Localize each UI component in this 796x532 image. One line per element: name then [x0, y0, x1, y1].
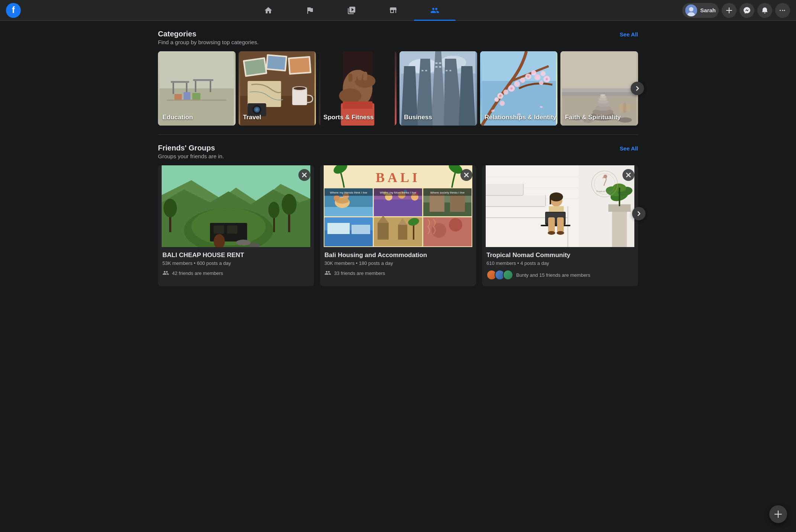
menu-button[interactable]	[775, 3, 790, 18]
svg-rect-56	[439, 66, 441, 68]
svg-point-154	[431, 223, 446, 238]
category-label-travel: Travel	[243, 114, 261, 121]
svg-rect-14	[174, 94, 182, 100]
svg-rect-13	[167, 100, 226, 101]
friend-avatar-3	[503, 270, 513, 280]
svg-point-36	[339, 88, 362, 103]
nav-tab-groups[interactable]	[414, 0, 456, 21]
svg-point-66	[514, 81, 520, 87]
group-card-tropical-nomad[interactable]: Tropical Nomad Tropical Nomad Community …	[482, 165, 638, 286]
group-close-bali-housing[interactable]	[460, 169, 472, 181]
avatar	[685, 4, 697, 16]
top-navigation: f Sarah	[0, 0, 796, 21]
svg-rect-96	[624, 103, 626, 113]
group-card-bali-housing[interactable]: BALI	[320, 165, 476, 286]
svg-rect-153	[423, 217, 472, 246]
svg-rect-148	[398, 225, 407, 240]
group-close-tropical-nomad[interactable]	[622, 169, 634, 181]
friends-groups-title: Friends' Groups	[158, 144, 224, 152]
svg-point-70	[494, 97, 499, 102]
svg-rect-8	[172, 83, 174, 94]
svg-point-93	[601, 94, 606, 96]
category-label-sports: Sports & Fitness	[323, 114, 373, 121]
svg-rect-54	[439, 62, 441, 64]
categories-wrapper: Education	[158, 51, 638, 126]
svg-point-73	[540, 71, 546, 76]
svg-text:Where society thinks I live: Where society thinks I live	[430, 191, 465, 194]
svg-rect-95	[620, 103, 623, 113]
svg-point-111	[164, 199, 177, 217]
svg-point-78	[527, 75, 529, 78]
fab-create[interactable]	[769, 505, 787, 523]
svg-rect-140	[450, 195, 465, 212]
group-card-bali-cheap[interactable]: BALI CHEAP HOUSE RENT 53K members • 600 …	[158, 165, 314, 286]
svg-rect-146	[378, 223, 389, 240]
group-friends-tropical-nomad: Bunty and 15 friends are members	[486, 270, 634, 280]
category-card-business[interactable]: Business	[399, 51, 477, 126]
svg-rect-55	[435, 66, 437, 68]
messenger-button[interactable]	[740, 3, 754, 18]
svg-rect-108	[227, 226, 237, 234]
svg-text:Tropical Nomad: Tropical Nomad	[596, 190, 613, 193]
facebook-logo[interactable]: f	[6, 3, 21, 18]
friends-groups-see-all[interactable]: See All	[620, 144, 638, 152]
category-card-faith[interactable]: Faith & Spirituality	[560, 51, 638, 126]
nav-tab-store[interactable]	[372, 0, 414, 21]
nav-tab-flag[interactable]	[289, 0, 331, 21]
svg-rect-164	[486, 176, 579, 177]
group-close-bali-cheap[interactable]	[298, 169, 310, 181]
svg-rect-183	[548, 217, 555, 232]
svg-rect-182	[541, 225, 570, 226]
svg-rect-26	[292, 88, 307, 105]
svg-rect-130	[374, 200, 422, 216]
svg-rect-15	[184, 92, 190, 100]
user-name: Sarah	[700, 7, 716, 13]
svg-point-155	[449, 218, 462, 231]
svg-rect-187	[612, 210, 627, 247]
section-divider	[158, 134, 638, 135]
svg-point-185	[548, 231, 555, 235]
svg-text:Where my Mom thinks I live: Where my Mom thinks I live	[380, 191, 417, 194]
svg-point-64	[503, 90, 508, 95]
svg-point-91	[599, 98, 608, 101]
categories-next-arrow[interactable]	[631, 82, 644, 95]
svg-rect-85	[562, 88, 637, 96]
svg-rect-11	[195, 81, 196, 92]
svg-rect-172	[545, 195, 546, 206]
add-button[interactable]	[722, 3, 737, 18]
svg-rect-171	[486, 195, 523, 196]
groups-next-arrow[interactable]	[632, 207, 645, 220]
svg-point-177	[550, 192, 563, 201]
nav-tab-video[interactable]	[331, 0, 372, 21]
svg-point-75	[539, 81, 543, 85]
svg-rect-184	[557, 217, 564, 232]
svg-point-69	[531, 70, 536, 75]
category-card-sports[interactable]: Sports & Fitness	[319, 51, 397, 126]
friends-avatars	[486, 270, 513, 280]
svg-rect-139	[430, 193, 444, 212]
group-info-bali-cheap: BALI CHEAP HOUSE RENT 53K members • 600 …	[158, 247, 314, 282]
svg-text:BALI: BALI	[376, 170, 420, 185]
category-card-education[interactable]: Education	[158, 51, 236, 126]
svg-point-76	[499, 95, 501, 97]
group-friends-bali-housing: 33 friends are members	[324, 270, 472, 276]
svg-rect-38	[352, 72, 357, 81]
group-cover-bali-cheap	[158, 165, 314, 247]
friends-groups-subtitle: Groups your friends are in.	[158, 153, 224, 159]
svg-rect-170	[523, 184, 524, 195]
svg-text:f: f	[12, 5, 15, 15]
categories-header-left: Categories Find a group by browsing top …	[158, 30, 259, 45]
svg-rect-22	[267, 56, 286, 70]
nav-center	[247, 0, 456, 21]
categories-see-all[interactable]: See All	[620, 30, 638, 38]
svg-point-72	[534, 74, 540, 80]
nav-tab-home[interactable]	[247, 0, 289, 21]
group-stats-tropical-nomad: 610 members • 4 posts a day	[486, 260, 634, 266]
notifications-button[interactable]	[757, 3, 772, 18]
user-chip[interactable]: Sarah	[682, 3, 719, 18]
category-card-relationships[interactable]: Relationships & Identity	[480, 51, 558, 126]
svg-rect-173	[486, 206, 545, 207]
category-card-travel[interactable]: Travel	[239, 51, 316, 126]
main-content: Categories Find a group by browsing top …	[149, 21, 647, 295]
group-info-bali-housing: Bali Housing and Accommodation 30K membe…	[320, 247, 476, 282]
